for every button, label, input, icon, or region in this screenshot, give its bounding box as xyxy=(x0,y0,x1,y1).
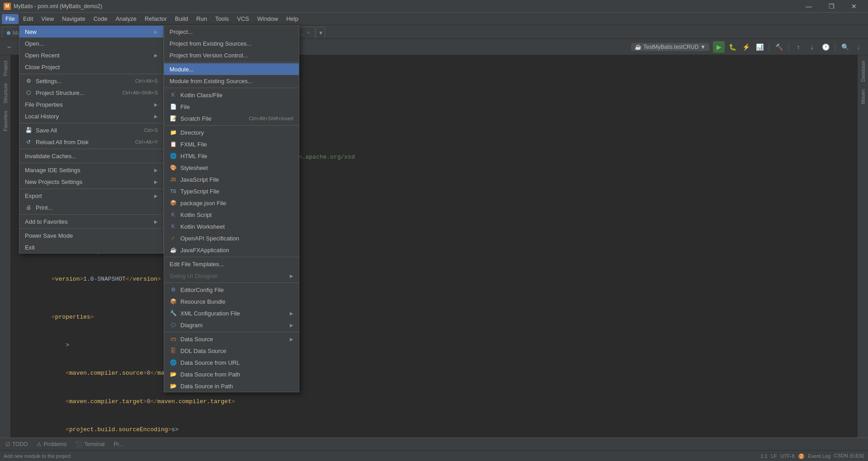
maximize-button[interactable]: ❐ xyxy=(821,0,842,13)
search-everywhere-button[interactable]: 🔍 xyxy=(839,41,851,53)
new-data-source-in-path[interactable]: 📂 Data Source in Path xyxy=(164,380,299,392)
new-stylesheet[interactable]: 🎨 Stylesheet xyxy=(164,162,299,174)
file-menu-reload[interactable]: ↺ Reload All from Disk Ctrl+Alt+Y xyxy=(19,136,163,148)
menu-edit[interactable]: Edit xyxy=(19,14,37,24)
file-menu-exit[interactable]: Exit xyxy=(19,241,163,253)
file-menu-new[interactable]: New ▶ xyxy=(19,26,163,38)
sidebar-item-maven[interactable]: Maven xyxy=(860,85,866,108)
new-resource-bundle[interactable]: 📦 Resource Bundle xyxy=(164,296,299,307)
vcs-update-button[interactable]: ↓ xyxy=(806,41,818,53)
new-swing-designer[interactable]: Swing UI Designer ▶ xyxy=(164,270,299,282)
menu-navigate[interactable]: Navigate xyxy=(58,14,89,24)
data-source-icon: 🗃 xyxy=(170,335,177,343)
file-menu-local-history[interactable]: Local History ▶ xyxy=(19,110,163,122)
new-submenu-sep5 xyxy=(164,282,299,283)
event-count: 2 xyxy=(798,453,805,459)
new-project[interactable]: Project... xyxy=(164,26,299,38)
new-fxml[interactable]: 📋 FXML File xyxy=(164,138,299,150)
tab-close-icon[interactable]: ✕ xyxy=(307,30,310,35)
new-diagram[interactable]: ⬡ Diagram ▶ xyxy=(164,319,299,331)
back-button[interactable]: ← xyxy=(4,41,15,53)
new-directory[interactable]: 📁 Directory xyxy=(164,127,299,138)
coverage-button[interactable]: ⚡ xyxy=(740,41,752,53)
sidebar-item-favorites[interactable]: Favorites xyxy=(3,107,8,135)
tab-more[interactable]: ▼ xyxy=(316,27,325,38)
new-scratch[interactable]: 📝 Scratch File Ctrl+Alt+Shift+Insert xyxy=(164,113,299,124)
menu-window[interactable]: Window xyxy=(254,14,282,24)
sidebar-item-database[interactable]: Database xyxy=(860,57,866,85)
run-config-selector[interactable]: ☕ TestMyBatis.testCRUD ▼ xyxy=(631,43,709,51)
kotlin-class-label: Kotlin Class/File xyxy=(180,92,222,99)
new-data-source-path[interactable]: 📂 Data Source from Path xyxy=(164,368,299,380)
close-button[interactable]: ✕ xyxy=(844,0,864,13)
file-menu-project-structure[interactable]: ⬡ Project Structure... Ctrl+Alt+Shift+S xyxy=(19,87,163,99)
new-project-existing[interactable]: Project from Existing Sources... xyxy=(164,38,299,49)
file-menu-export[interactable]: Export ▶ xyxy=(19,190,163,202)
menu-run[interactable]: Run xyxy=(193,14,211,24)
status-bar: Add new module to the project 1:1 LF UTF… xyxy=(0,450,868,461)
file-menu-save-all[interactable]: 💾 Save All Ctrl+S xyxy=(19,124,163,136)
new-file[interactable]: 📄 File xyxy=(164,101,299,113)
encoding[interactable]: UTF-8 xyxy=(780,453,794,459)
problems-button[interactable]: ⚠ Problems xyxy=(35,440,68,448)
window-controls[interactable]: — ❐ ✕ xyxy=(798,0,864,13)
new-module[interactable]: Module... xyxy=(164,63,299,75)
file-menu-print[interactable]: 🖨 Print... xyxy=(19,202,163,213)
menu-tools[interactable]: Tools xyxy=(212,14,232,24)
run-config-label: TestMyBatis.testCRUD xyxy=(643,44,698,50)
open-label: Open... xyxy=(25,40,44,47)
vcs-history-button[interactable]: 🕐 xyxy=(820,41,831,53)
new-typescript[interactable]: TS TypeScript File xyxy=(164,185,299,197)
new-kotlin-worksheet[interactable]: K Kotlin Worksheet xyxy=(164,221,299,232)
build-button[interactable]: 🔨 xyxy=(773,41,785,53)
menu-build[interactable]: Build xyxy=(171,14,192,24)
project-structure-shortcut: Ctrl+Alt+Shift+S xyxy=(122,90,158,95)
pr-button[interactable]: Pr... xyxy=(112,440,125,448)
notifications-button[interactable]: ↓ xyxy=(853,41,864,53)
file-menu-settings[interactable]: ⚙ Settings... Ctrl+Alt+S xyxy=(19,75,163,87)
new-kotlin-class[interactable]: K Kotlin Class/File xyxy=(164,89,299,101)
vcs-button[interactable]: ↑ xyxy=(793,41,804,53)
file-menu-close-project[interactable]: Close Project xyxy=(19,61,163,73)
new-openapi[interactable]: ✓ OpenAPI Specification xyxy=(164,232,299,244)
menu-code[interactable]: Code xyxy=(90,14,111,24)
terminal-button[interactable]: ⬛ Terminal xyxy=(74,440,106,448)
line-ending[interactable]: LF xyxy=(771,453,777,459)
file-menu-open[interactable]: Open... xyxy=(19,38,163,49)
file-menu-invalidate[interactable]: Invalidate Caches... xyxy=(19,150,163,162)
new-project-vcs[interactable]: Project from Version Control... xyxy=(164,49,299,61)
new-package-json[interactable]: 📦 package.json File xyxy=(164,197,299,209)
file-menu-open-recent[interactable]: Open Recent ▶ xyxy=(19,49,163,61)
new-xml-config[interactable]: 🔧 XML Configuration File ▶ xyxy=(164,307,299,319)
file-menu-file-properties[interactable]: File Properties ▶ xyxy=(19,99,163,110)
menu-file[interactable]: File xyxy=(2,14,19,24)
file-menu-new-projects[interactable]: New Projects Settings ▶ xyxy=(19,176,163,188)
minimize-button[interactable]: — xyxy=(798,0,819,13)
file-menu-manage-ide[interactable]: Manage IDE Settings ▶ xyxy=(19,164,163,176)
menu-analyze[interactable]: Analyze xyxy=(112,14,140,24)
profile-button[interactable]: 📊 xyxy=(754,41,765,53)
new-module-existing[interactable]: Module from Existing Sources... xyxy=(164,75,299,87)
new-ddl-source[interactable]: 🗄 DDL Data Source xyxy=(164,345,299,357)
sidebar-item-structure[interactable]: Structure xyxy=(3,80,8,107)
menu-vcs[interactable]: VCS xyxy=(233,14,253,24)
debug-button[interactable]: 🐛 xyxy=(726,41,738,53)
menu-help[interactable]: Help xyxy=(283,14,302,24)
cursor-position[interactable]: 1:1 xyxy=(760,453,767,459)
event-log-label[interactable]: Event Log xyxy=(808,453,830,459)
run-button[interactable]: ▶ xyxy=(713,41,725,53)
todo-button[interactable]: ☑ TODO xyxy=(4,440,29,448)
menu-view[interactable]: View xyxy=(38,14,57,24)
sidebar-item-project[interactable]: Project xyxy=(3,57,8,80)
file-menu-power-save[interactable]: Power Save Mode xyxy=(19,230,163,241)
new-javascript[interactable]: JS JavaScript File xyxy=(164,174,299,185)
new-html[interactable]: 🌐 HTML File xyxy=(164,150,299,162)
file-menu-add-favorites[interactable]: Add to Favorites ▶ xyxy=(19,216,163,227)
new-edit-templates[interactable]: Edit File Templates... xyxy=(164,258,299,270)
new-data-source-url[interactable]: 🌐 Data Source from URL xyxy=(164,357,299,368)
menu-refactor[interactable]: Refactor xyxy=(141,14,170,24)
new-editorconfig[interactable]: ⚙ EditorConfig File xyxy=(164,284,299,296)
new-data-source[interactable]: 🗃 Data Source ▶ xyxy=(164,333,299,345)
new-javafx[interactable]: ☕ JavaFXApplication xyxy=(164,244,299,256)
new-kotlin-script[interactable]: K Kotlin Script xyxy=(164,209,299,221)
